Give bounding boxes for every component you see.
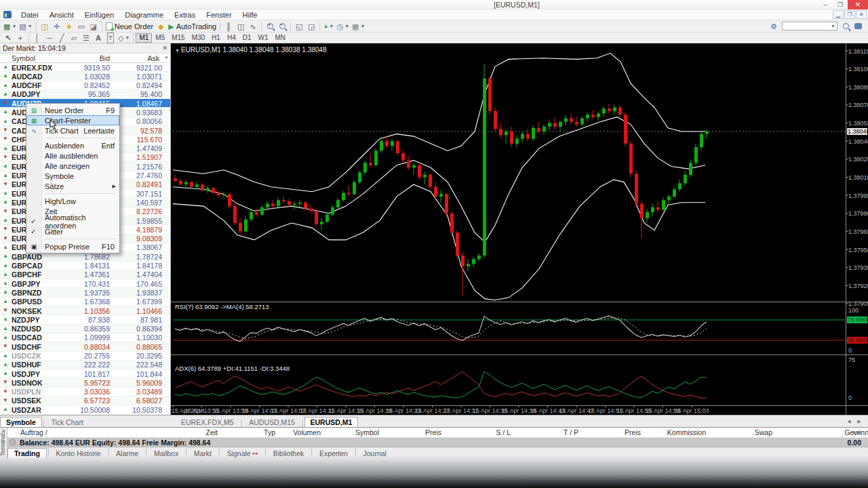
strategy-tester-toggle[interactable]: ◪ — [87, 21, 100, 32]
menu-einfügen[interactable]: Einfügen — [79, 10, 119, 20]
profiles-button[interactable]: ▧▼ — [18, 21, 33, 32]
terminal-column-tp[interactable]: T / P — [564, 428, 578, 436]
market-watch-row-usdczk[interactable]: ▲USDCZK20.275520.3295 — [0, 352, 170, 361]
timeframe-m1[interactable]: M1 — [136, 33, 152, 43]
context-menu-item-s-tze[interactable]: Sätze▶ — [26, 181, 119, 191]
terminal-tab-konto-historie[interactable]: Konto Historie — [50, 448, 107, 458]
market-watch-row-audcad[interactable]: ▲AUDCAD1.030281.03071 — [0, 72, 170, 81]
mdi-minimize-button[interactable]: ▁ — [833, 10, 844, 19]
maximize-button[interactable]: ❐ — [833, 0, 848, 9]
tile-windows-button[interactable]: ◱ — [293, 21, 305, 32]
line-chart-button[interactable]: ∿ — [247, 21, 259, 32]
terminal-tab-signale[interactable]: Signale●● — [221, 448, 264, 458]
terminal-column-auftrag[interactable]: Auftrag / — [20, 428, 47, 436]
context-menu-item-alle-ausblenden[interactable]: Alle ausblenden — [26, 150, 119, 161]
context-menu-item-alle-anzeigen[interactable]: Alle anzeigen — [26, 161, 119, 171]
market-watch-row-usdhuf[interactable]: ▲USDHUF222.222222.548 — [0, 361, 170, 369]
menu-extras[interactable]: Extras — [169, 10, 201, 20]
zoom-in-button[interactable]: + — [264, 21, 276, 32]
menu-diagramme[interactable]: Diagramme — [119, 10, 169, 20]
terminal-column-volumen[interactable]: Volumen — [293, 428, 321, 436]
market-watch-row-gbpnzd[interactable]: ▲GBPNZD1.937351.93837 — [0, 288, 170, 297]
chart-tab-eurusd-m1[interactable]: EURUSD,M1 — [304, 417, 359, 427]
crosshair-tool[interactable]: + — [14, 33, 26, 43]
search-button[interactable] — [840, 21, 852, 32]
timeframe-d1[interactable]: D1 — [239, 33, 255, 43]
market-watch-row-usdcad[interactable]: ▲USDCAD1.099991.10030 — [0, 333, 170, 342]
terminal-tab-journal[interactable]: Journal — [357, 448, 393, 458]
balance-row[interactable]: ◔ Balance: 498.64 EUR Equity: 498.64 Fre… — [7, 438, 868, 447]
cascade-windows-button[interactable]: ◲ — [305, 21, 317, 32]
timeframe-w1[interactable]: W1 — [255, 33, 272, 43]
market-watch-row-usdzar[interactable]: ▲USDZAR10.5000810.50378 — [0, 405, 170, 414]
chart-area[interactable] — [171, 43, 868, 415]
market-watch-row-usdjpy[interactable]: ▲USDJPY101.817101.844 — [0, 369, 170, 378]
menu-datei[interactable]: Datei — [16, 10, 44, 20]
context-menu-item-chart-fenster[interactable]: ▦Chart-Fenster — [26, 115, 119, 125]
terminal-column-swap[interactable]: Swap — [755, 428, 772, 436]
terminal-column-kommission[interactable]: Kommission — [667, 428, 706, 436]
channel-tool[interactable]: ▱ — [68, 33, 80, 43]
shapes-tool[interactable]: ◇▼ — [117, 33, 131, 43]
chart-tab-arrows[interactable]: ◀ ▶ — [847, 419, 864, 424]
settings-button[interactable]: ⚙ — [768, 21, 780, 32]
context-menu-item-ausblenden[interactable]: AusblendenEntf — [26, 140, 119, 150]
terminal-column-typ[interactable]: Typ — [264, 428, 275, 436]
timeframe-h1[interactable]: H1 — [208, 33, 224, 43]
context-menu-item-symbole[interactable]: Symbole — [26, 171, 119, 181]
bar-chart-button[interactable]: ║ — [222, 21, 235, 32]
cursor-tool[interactable]: ↖ — [2, 33, 14, 43]
terminal-column-symbol[interactable]: Symbol — [355, 428, 379, 436]
candle-chart-button[interactable]: ◫ — [235, 21, 247, 32]
scroll-up-icon[interactable]: ▲ — [164, 54, 169, 59]
market-watch-row-usdnok[interactable]: ▼USDNOK5.957235.96009 — [0, 378, 170, 387]
context-menu-item-tick-chart[interactable]: ∿Tick ChartLeertaste — [26, 125, 119, 136]
market-watch-row-audchf[interactable]: ▲AUDCHF0.824520.82494 — [0, 81, 170, 90]
market-watch-row-usdchf[interactable]: ▼USDCHF0.880340.88065 — [0, 342, 170, 351]
market-watch-row-gbpchf[interactable]: ▲GBPCHF1.473611.47404 — [0, 270, 170, 279]
market-watch-row-usdsek[interactable]: ▼USDSEK6.577236.58027 — [0, 396, 170, 405]
market-watch-row-eurex.fdx[interactable]: ▲EUREX.FDX9319.509321.00 — [0, 63, 170, 72]
text-tool[interactable]: A — [92, 33, 104, 43]
context-menu-item-gitter[interactable]: ✓Gitter — [26, 226, 119, 237]
label-tool[interactable]: T — [104, 33, 117, 43]
menu-fenster[interactable]: Fenster — [201, 10, 237, 20]
context-menu-item-neue-order[interactable]: ▤Neue OrderF9 — [26, 105, 119, 115]
indicators-button[interactable]: +▼ — [322, 21, 335, 32]
context-menu-item-popup-preise[interactable]: ▣Popup PreiseF10 — [26, 241, 119, 251]
market-watch-row-noksek[interactable]: ▼NOKSEK1.103561.10466 — [0, 306, 170, 315]
search-input[interactable]: ▼ — [782, 22, 837, 30]
terminal-column-preis[interactable]: Preis — [425, 428, 441, 436]
market-watch-close-icon[interactable]: ✕ — [162, 45, 167, 52]
terminal-tab-mailbox[interactable]: Mailbox — [148, 448, 184, 458]
market-watch-row-gbpusd[interactable]: ▲GBPUSD1.673681.67399 — [0, 298, 170, 306]
search-dropdown-icon[interactable]: ▼ — [831, 24, 835, 28]
terminal-tab-alarme[interactable]: Alarme — [110, 448, 144, 458]
timeframe-m15[interactable]: M15 — [168, 33, 188, 43]
vertical-line-tool[interactable]: │ — [31, 33, 43, 43]
column-bid[interactable]: Bid — [100, 54, 110, 62]
terminal-toggle[interactable]: ▭ — [75, 21, 87, 32]
chart-tab-eurex-fdx-m5[interactable]: EUREX.FDX,M5 — [175, 417, 240, 427]
market-watch-row-audjpy[interactable]: ▲AUDJPY95.36595.400 — [0, 90, 170, 99]
mdi-restore-button[interactable]: ❐ — [844, 10, 855, 19]
market-watch-row-gbpaud[interactable]: ▲GBPAUD1.786821.78724 — [0, 252, 170, 261]
market-watch-row-gbpcad[interactable]: ▲GBPCAD1.841311.84178 — [0, 262, 170, 270]
terminal-tab-arrows[interactable]: ◀▶ — [851, 430, 864, 435]
zoom-out-button[interactable]: − — [276, 21, 288, 32]
terminal-tab-experten[interactable]: Experten — [313, 448, 354, 458]
mdi-close-button[interactable]: ✕ — [856, 10, 867, 19]
context-menu-item-high-low[interactable]: High/Low — [26, 196, 119, 206]
terminal-tab-trading[interactable]: Trading — [7, 448, 47, 458]
context-menu-item-automatisch-anordnen[interactable]: ✓Automatisch anordnen — [26, 216, 119, 226]
neue-order-button[interactable]: Neue Order — [104, 21, 155, 32]
market-watch-tab-symbole[interactable]: Symbole — [0, 417, 42, 427]
market-watch-row-gbpjpy[interactable]: ▲GBPJPY170.431170.465 — [0, 279, 170, 288]
fibonacci-tool[interactable]: ☰ — [80, 33, 92, 43]
terminal-tab-bibliothek[interactable]: Bibliothek — [267, 448, 311, 458]
market-watch-row-usdpln[interactable]: ▼USDPLN3.030363.03489 — [0, 388, 170, 396]
terminal-tab-markt[interactable]: Markt — [188, 448, 218, 458]
terminal-column-zeit[interactable]: Zeit — [205, 428, 218, 436]
market-watch-toggle[interactable]: ◫ — [39, 21, 51, 32]
templates-button[interactable]: ▦▼ — [351, 21, 366, 32]
